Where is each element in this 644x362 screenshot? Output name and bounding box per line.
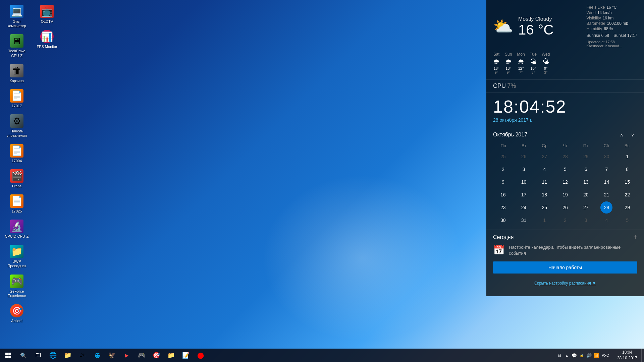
cal-cell-week1-day0[interactable]: 2	[497, 163, 509, 175]
start-working-button[interactable]: Начало работы	[493, 261, 637, 274]
cal-cell-week0-day3[interactable]: 28	[559, 150, 571, 163]
cal-cell-week4-day3[interactable]: 26	[559, 201, 571, 214]
weather-icon: ⛅	[493, 17, 513, 36]
cal-cell-week0-day0[interactable]: 25	[497, 150, 509, 163]
desktop-icons-area: 💻 Этот компьютер 🖥 TechPowe GPU-Z 🗑 Корз…	[3, 3, 57, 325]
desktop-icon-fraps[interactable]: 🎬 Fraps	[3, 168, 30, 190]
desktop-icon-computer[interactable]: 💻 Этот компьютер	[3, 3, 30, 29]
show-desktop-btn[interactable]	[641, 349, 644, 362]
cal-cell-week5-day0[interactable]: 30	[497, 214, 509, 226]
cal-cell-week4-day5[interactable]: 28	[600, 201, 612, 214]
cal-cell-week1-day6[interactable]: 8	[621, 163, 633, 175]
taskbar-app4[interactable]: 🎮	[134, 349, 149, 362]
taskbar-edge[interactable]: 🌐	[46, 349, 60, 362]
cal-cell-week3-day1[interactable]: 17	[518, 189, 530, 201]
desktop-icon-fpsmonitor[interactable]: 📊 FPS Monitor	[34, 28, 60, 50]
cal-cell-week1-day1[interactable]: 3	[518, 163, 530, 175]
cal-cell-week5-day5[interactable]: 4	[600, 214, 612, 226]
cal-cell-week3-day5[interactable]: 21	[600, 189, 612, 201]
desktop-icon-techpowerup[interactable]: 🖥 TechPowe GPU-Z	[3, 33, 30, 59]
cal-cell-week0-day6[interactable]: 1	[621, 150, 633, 163]
cal-cell-week4-day2[interactable]: 25	[538, 201, 550, 214]
cal-cell-week0-day5[interactable]: 30	[600, 150, 612, 163]
desktop-icon-cpanel[interactable]: ⚙ Панель управления	[3, 113, 30, 139]
cal-cell-week3-day3[interactable]: 19	[559, 189, 571, 201]
cal-cell-week0-day4[interactable]: 29	[580, 150, 592, 163]
wind-label: Wind	[587, 10, 596, 15]
cal-cell-week1-day3[interactable]: 5	[559, 163, 571, 175]
taskbar-app2[interactable]: 🦅	[105, 349, 119, 362]
taskbar-time: 18:04	[622, 350, 632, 355]
tray-up-arrow[interactable]: ▲	[564, 349, 570, 362]
cal-cell-week1-day5[interactable]: 7	[600, 163, 612, 175]
desktop-icon-trash[interactable]: 🗑 Корзина	[3, 63, 30, 84]
today-add-btn[interactable]: +	[633, 233, 637, 241]
desktop-icon-action[interactable]: 🎯 Action!	[3, 303, 30, 324]
cal-cell-week5-day2[interactable]: 1	[538, 214, 550, 226]
desktop-icon-geforce[interactable]: 🎮 GeForce Experience	[3, 273, 30, 299]
icon-image-computer: 💻	[10, 5, 23, 18]
tray-icon2[interactable]: 🔒	[578, 349, 585, 362]
taskbar-chrome[interactable]: 🌐	[90, 349, 105, 362]
tray-network[interactable]: 🖥	[556, 349, 563, 362]
forecast-day-3: Tue 🌤 10° 5°	[530, 52, 537, 74]
search-taskbar-btn[interactable]: 🔍	[16, 349, 31, 362]
clock-date: 28 октября 2017 г.	[493, 117, 637, 123]
cal-cell-week5-day4[interactable]: 3	[580, 214, 592, 226]
cal-cell-week5-day1[interactable]: 31	[518, 214, 530, 226]
cal-cell-week2-day2[interactable]: 11	[538, 176, 550, 188]
taskbar-app3[interactable]: ▶	[119, 349, 134, 362]
tray-action-center[interactable]: 💬	[571, 349, 578, 362]
cal-cell-week4-day1[interactable]: 24	[518, 201, 530, 214]
start-button-taskbar[interactable]	[0, 349, 16, 362]
cal-cell-week2-day6[interactable]: 15	[621, 176, 633, 188]
cal-cell-week3-day2[interactable]: 18	[538, 189, 550, 201]
taskbar-app8[interactable]: ⬤	[193, 349, 208, 362]
cal-cell-week4-day6[interactable]: 29	[621, 201, 633, 214]
taskbar-app6[interactable]: 📁	[164, 349, 178, 362]
taskbar-store[interactable]: 🛍	[75, 349, 90, 362]
cal-cell-week2-day1[interactable]: 10	[518, 176, 530, 188]
desktop-icon-doc17017[interactable]: 📄 17017	[3, 88, 30, 110]
forecast-lo-1: 9°	[505, 70, 511, 74]
cal-cell-week2-day4[interactable]: 13	[580, 176, 592, 188]
cal-cell-week0-day1[interactable]: 26	[518, 150, 530, 163]
desktop-icon-doc17025[interactable]: 📄 17025	[3, 193, 30, 215]
forecast-day-4: Wed 🌤 9° 3°	[542, 52, 550, 74]
cal-cell-week3-day0[interactable]: 16	[497, 189, 509, 201]
taskbar-explorer[interactable]: 📁	[60, 349, 75, 362]
icon-image-fraps: 🎬	[10, 169, 23, 183]
cal-cell-week4-day0[interactable]: 23	[497, 201, 509, 214]
cal-cell-week1-day4[interactable]: 6	[580, 163, 592, 175]
taskbar-app5[interactable]: 🎯	[149, 349, 164, 362]
cal-cell-week5-day6[interactable]: 5	[621, 214, 633, 226]
hide-schedule-link[interactable]: Скрыть настройку расписания ▼	[486, 277, 644, 290]
desktop-icon-doc17004[interactable]: 📄 17004	[3, 143, 30, 165]
weather-temp: 16 °C	[518, 23, 582, 37]
desktop: 💻 Этот компьютер 🖥 TechPowe GPU-Z 🗑 Корз…	[0, 0, 644, 362]
cal-cell-week5-day3[interactable]: 2	[559, 214, 571, 226]
icon-image-trash: 🗑	[10, 64, 23, 77]
icon-label-computer: Этот компьютер	[5, 19, 29, 28]
clock-time: 18:04:52	[493, 97, 637, 117]
calendar-prev-btn[interactable]: ∧	[617, 130, 626, 139]
cal-cell-week3-day4[interactable]: 20	[580, 189, 592, 201]
task-view-btn[interactable]: 🗔	[31, 349, 46, 362]
desktop-icon-cpuid[interactable]: 🔬 CPUID CPU-Z	[3, 218, 30, 240]
taskbar-clock[interactable]: 18:04 28.10.2017	[613, 350, 641, 361]
cal-cell-week0-day2[interactable]: 27	[538, 150, 550, 163]
cal-cell-week4-day4[interactable]: 27	[580, 201, 592, 214]
tray-network2[interactable]: 📶	[593, 349, 600, 362]
taskbar-app7[interactable]: 📝	[178, 349, 193, 362]
cal-cell-week2-day0[interactable]: 9	[497, 176, 509, 188]
cal-cell-week1-day2[interactable]: 4	[538, 163, 550, 175]
cal-cell-week3-day6[interactable]: 22	[621, 189, 633, 201]
icon-image-geforce: 🎮	[10, 275, 23, 288]
cal-cell-week2-day3[interactable]: 12	[559, 176, 571, 188]
forecast-hi-3: 10°	[531, 66, 536, 70]
cal-cell-week2-day5[interactable]: 14	[600, 176, 612, 188]
tray-icon3[interactable]: 🔊	[586, 349, 592, 362]
calendar-next-btn[interactable]: ∨	[628, 130, 637, 139]
desktop-icon-uwp[interactable]: 📁 UWP Проводник	[3, 243, 30, 269]
desktop-icon-oldtv[interactable]: 📺 OLDTV	[34, 3, 60, 25]
